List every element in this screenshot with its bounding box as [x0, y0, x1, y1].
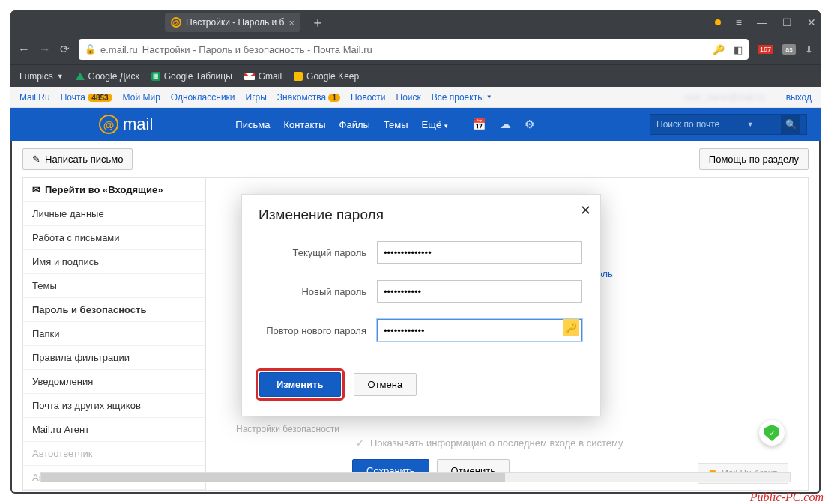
portal-moimir[interactable]: Мой Мир: [123, 92, 160, 103]
bookmark-gkeep[interactable]: Google Keep: [294, 71, 359, 82]
forward-button: →: [39, 43, 51, 56]
new-tab-button[interactable]: ＋: [311, 13, 324, 31]
nav-files[interactable]: Файлы: [339, 119, 370, 130]
browser-tab[interactable]: @ Настройки - Пароль и б ×: [165, 13, 300, 32]
change-password-modal: ✕ Изменение пароля Текущий пароль Новый …: [241, 194, 601, 416]
back-button[interactable]: ←: [18, 43, 30, 56]
nav-contacts[interactable]: Контакты: [283, 119, 325, 130]
compose-label: Написать письмо: [45, 154, 123, 165]
new-password-label: Новый пароль: [260, 286, 377, 297]
portal-all-projects[interactable]: Все проекты▼: [432, 92, 492, 103]
mail-logo[interactable]: @ mail: [99, 115, 153, 134]
current-password-label: Текущий пароль: [260, 247, 377, 258]
reload-button[interactable]: ⟳: [60, 43, 70, 56]
sidebar-item-inbox[interactable]: ✉Перейти во «Входящие»: [23, 178, 205, 202]
bookmark-gdrive[interactable]: Google Диск: [76, 71, 139, 82]
extension-indicator-icon[interactable]: [715, 19, 721, 25]
scrollbar-thumb[interactable]: [41, 473, 505, 482]
nav-themes[interactable]: Темы: [384, 119, 408, 130]
downloads-icon[interactable]: ⬇: [805, 44, 813, 55]
nav-letters[interactable]: Письма: [235, 119, 270, 130]
logout-link[interactable]: выход: [786, 92, 812, 103]
adguard-icon[interactable]: ✓: [759, 420, 785, 446]
settings-group-label: Настройки безопасности: [236, 424, 793, 434]
envelope-icon: ✉: [32, 184, 40, 195]
portal-games[interactable]: Игры: [246, 92, 267, 103]
mail-search[interactable]: Поиск по почте ▼ 🔍: [650, 114, 807, 135]
sidebar-item-mailwork[interactable]: Работа с письмами: [23, 226, 205, 250]
checkbox-icon[interactable]: ✓: [356, 437, 364, 449]
gdrive-icon: [76, 73, 85, 80]
sidebar-item-autoreply[interactable]: Автоответчик: [23, 442, 205, 466]
menu-icon[interactable]: ≡: [736, 16, 742, 28]
sidebar-item-notifications[interactable]: Уведомления: [23, 370, 205, 394]
gmail-icon: [244, 73, 255, 80]
window-titlebar: @ Настройки - Пароль и б × ＋ ≡ — ☐ ✕: [10, 10, 821, 34]
bookmark-icon[interactable]: ◧: [734, 44, 743, 55]
nav-more[interactable]: Ещё ▾: [422, 119, 448, 130]
new-password-input[interactable]: [377, 280, 582, 303]
url-title: Настройки - Пароль и безопасность - Почт…: [142, 44, 372, 55]
settings-sidebar: ✉Перейти во «Входящие» Личные данные Раб…: [22, 177, 205, 491]
user-email[interactable]: user_name@mail.ru: [683, 92, 764, 103]
compose-button[interactable]: ✎ Написать письмо: [22, 148, 133, 170]
minimize-icon[interactable]: —: [757, 16, 767, 28]
sidebar-item-folders[interactable]: Папки: [23, 322, 205, 346]
gkeep-icon: [294, 72, 303, 81]
search-icon[interactable]: 🔍: [781, 115, 800, 134]
session-info-label: Показывать информацию о последнем входе …: [370, 437, 623, 449]
portal-search[interactable]: Поиск: [396, 92, 421, 103]
portal-pochta[interactable]: Почта 4853: [61, 92, 112, 103]
close-icon[interactable]: ✕: [580, 202, 591, 219]
bookmark-gmail[interactable]: Gmail: [244, 71, 282, 82]
sidebar-item-agent[interactable]: Mail.ru Агент: [23, 418, 205, 442]
pencil-icon: ✎: [32, 154, 40, 165]
tab-title: Настройки - Пароль и б: [186, 17, 284, 28]
mail-count-badge: 4853: [88, 94, 112, 102]
password-key-icon[interactable]: 🔑: [563, 319, 579, 336]
save-password-icon[interactable]: 🔑: [713, 44, 725, 55]
gsheets-icon: ▦: [151, 72, 160, 81]
sidebar-item-personal[interactable]: Личные данные: [23, 202, 205, 226]
at-icon: @: [99, 115, 118, 134]
address-bar: ← → ⟳ 🔓 e.mail.ru Настройки - Пароль и б…: [10, 34, 821, 64]
portal-znakomstva[interactable]: Знакомства 1: [277, 92, 340, 103]
tab-favicon: @: [171, 17, 181, 28]
sidebar-item-themes[interactable]: Темы: [23, 274, 205, 298]
portal-nav: Mail.Ru Почта 4853 Мой Мир Одноклассники…: [10, 87, 821, 108]
sidebar-item-external[interactable]: Почта из других ящиков: [23, 394, 205, 418]
portal-odnoklassniki[interactable]: Одноклассники: [171, 92, 235, 103]
znak-badge: 1: [328, 94, 340, 102]
modal-cancel-button[interactable]: Отмена: [354, 373, 417, 396]
portal-news[interactable]: Новости: [351, 92, 385, 103]
bookmark-lumpics[interactable]: Lumpics▼: [19, 71, 64, 82]
extension-badge[interactable]: 167: [758, 45, 773, 54]
sidebar-item-filters[interactable]: Правила фильтрации: [23, 346, 205, 370]
url-host: e.mail.ru: [100, 44, 138, 55]
bookmarks-bar: Lumpics▼ Google Диск ▦Google Таблицы Gma…: [10, 64, 821, 87]
watermark: Public-PC.com: [750, 491, 824, 504]
sidebar-item-signature[interactable]: Имя и подпись: [23, 250, 205, 274]
lastfm-icon[interactable]: as: [782, 44, 796, 55]
modal-title: Изменение пароля: [259, 207, 584, 223]
submit-highlight: Изменить: [256, 368, 345, 401]
gear-icon[interactable]: ⚙: [525, 118, 534, 131]
portal-mailru[interactable]: Mail.Ru: [19, 92, 50, 103]
repeat-password-label: Повтор нового пароля: [260, 325, 377, 336]
logo-text: mail: [123, 115, 153, 134]
help-button[interactable]: Помощь по разделу: [699, 148, 809, 170]
bookmark-gsheets[interactable]: ▦Google Таблицы: [151, 71, 232, 82]
lock-icon: 🔓: [85, 44, 96, 55]
mail-header: @ mail Письма Контакты Файлы Темы Ещё ▾ …: [10, 108, 821, 141]
close-window-icon[interactable]: ✕: [807, 16, 816, 28]
repeat-password-input[interactable]: [377, 319, 582, 341]
url-field[interactable]: 🔓 e.mail.ru Настройки - Пароль и безопас…: [79, 39, 749, 60]
calendar-icon[interactable]: 📅: [472, 118, 486, 131]
maximize-icon[interactable]: ☐: [782, 16, 792, 28]
sidebar-item-security[interactable]: Пароль и безопасность: [23, 298, 205, 322]
current-password-input[interactable]: [377, 241, 582, 264]
horizontal-scrollbar[interactable]: [40, 472, 791, 482]
close-tab-icon[interactable]: ×: [288, 17, 294, 28]
cloud-icon[interactable]: ☁: [500, 118, 511, 131]
modal-submit-button[interactable]: Изменить: [259, 372, 341, 397]
